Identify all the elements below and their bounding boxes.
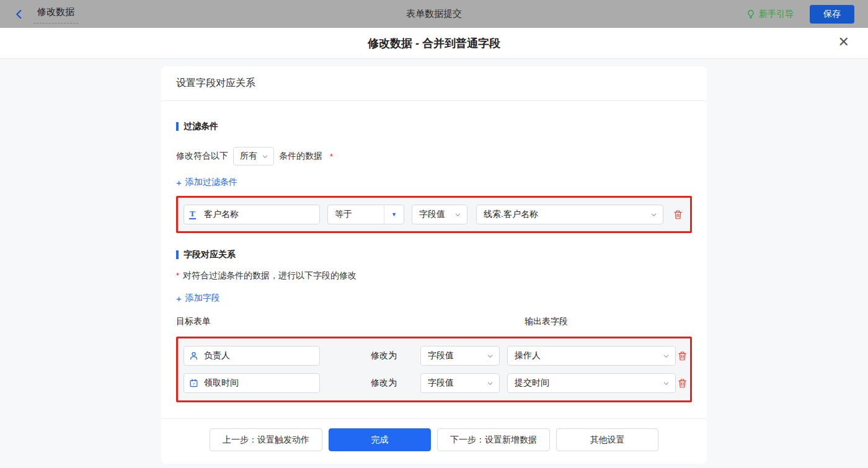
user-icon bbox=[189, 351, 198, 361]
add-filter-condition-link[interactable]: + 添加过滤条件 bbox=[176, 177, 237, 188]
mapping-description: * 对符合过滤条件的数据，进行以下字段的修改 bbox=[176, 270, 692, 281]
section-bar-icon bbox=[176, 250, 179, 259]
filter-condition-row: T 等于 ▼ 字段值 bbox=[178, 198, 690, 231]
target-form-column-label: 目标表单 bbox=[176, 316, 211, 326]
next-step-button[interactable]: 下一步：设置新增数据 bbox=[437, 428, 550, 451]
filter-section-title: 过滤条件 bbox=[176, 121, 692, 132]
filter-field-input[interactable] bbox=[184, 205, 320, 224]
value-type-select[interactable]: 字段值 bbox=[412, 205, 467, 224]
trash-icon bbox=[673, 209, 683, 220]
svg-text:7: 7 bbox=[193, 382, 195, 386]
mapping-column-labels: 目标表单 输出表字段 bbox=[176, 316, 692, 329]
settings-card: 设置字段对应关系 过滤条件 修改符合以下 所有 条件的数据 * + bbox=[161, 66, 707, 464]
trash-icon bbox=[677, 350, 688, 361]
filter-condition-highlight-box: T 等于 ▼ 字段值 bbox=[176, 196, 692, 233]
flow-title[interactable]: 修改数据 bbox=[33, 4, 78, 24]
value-type-select[interactable]: 字段值 bbox=[420, 346, 500, 366]
chevron-down-icon bbox=[650, 211, 657, 218]
mapping-row: 7 修改为 字段值 提交时间 bbox=[184, 373, 684, 393]
chevron-down-icon bbox=[262, 153, 268, 160]
chevron-down-icon bbox=[487, 353, 494, 360]
value-type-select[interactable]: 字段值 bbox=[420, 373, 500, 393]
chevron-down-icon bbox=[663, 380, 670, 387]
filter-field-input-wrap: T bbox=[184, 205, 320, 224]
add-field-link[interactable]: + 添加字段 bbox=[176, 293, 220, 304]
output-field-select[interactable]: 提交时间 bbox=[507, 373, 676, 393]
save-button[interactable]: 保存 bbox=[810, 5, 854, 24]
chevron-down-icon bbox=[663, 353, 670, 360]
target-field-input[interactable] bbox=[184, 373, 320, 393]
plus-icon: + bbox=[176, 293, 182, 304]
other-settings-button[interactable]: 其他设置 bbox=[556, 428, 658, 451]
chevron-down-icon bbox=[487, 380, 494, 387]
back-button[interactable] bbox=[14, 9, 25, 20]
match-prefix-label: 修改符合以下 bbox=[176, 151, 228, 162]
prev-step-button[interactable]: 上一步：设置触发动作 bbox=[210, 428, 322, 451]
operator-dropdown-button[interactable]: ▼ bbox=[384, 205, 404, 224]
modal-header: 修改数据 - 合并到普通字段 ✕ bbox=[0, 28, 868, 59]
plus-icon: + bbox=[176, 177, 182, 188]
modal-title: 修改数据 - 合并到普通字段 bbox=[368, 36, 500, 51]
topbar-center-title: 表单数据提交 bbox=[0, 8, 868, 20]
target-field-input-wrap bbox=[184, 346, 320, 366]
modify-to-label: 修改为 bbox=[371, 350, 405, 361]
calendar-icon: 7 bbox=[189, 379, 198, 388]
mapping-section-title: 字段对应关系 bbox=[176, 249, 692, 260]
operator-select[interactable]: 等于 ▼ bbox=[327, 205, 404, 224]
beginner-guide-link[interactable]: 新手引导 bbox=[746, 9, 794, 20]
output-field-select[interactable]: 操作人 bbox=[507, 346, 676, 366]
modify-to-label: 修改为 bbox=[371, 377, 405, 389]
close-icon[interactable]: ✕ bbox=[838, 35, 849, 49]
topbar: 表单数据提交 修改数据 新手引导 保存 bbox=[0, 0, 868, 28]
match-condition-row: 修改符合以下 所有 条件的数据 * bbox=[176, 147, 692, 166]
lightbulb-icon bbox=[746, 9, 756, 19]
text-field-icon: T bbox=[189, 210, 196, 219]
triangle-down-icon: ▼ bbox=[391, 211, 397, 218]
trash-icon bbox=[677, 377, 688, 389]
match-suffix-label: 条件的数据 bbox=[279, 151, 322, 162]
target-field-input-wrap: 7 bbox=[184, 373, 320, 393]
modal-body: 设置字段对应关系 过滤条件 修改符合以下 所有 条件的数据 * + bbox=[0, 59, 868, 468]
done-button[interactable]: 完成 bbox=[329, 428, 431, 451]
card-header-title: 设置字段对应关系 bbox=[161, 66, 707, 101]
delete-condition-button[interactable] bbox=[671, 208, 684, 221]
back-chevron-icon bbox=[14, 9, 25, 20]
card-footer: 上一步：设置触发动作 完成 下一步：设置新增数据 其他设置 bbox=[161, 418, 707, 464]
section-bar-icon bbox=[176, 122, 179, 131]
field-mapping-highlight-box: 修改为 字段值 操作人 bbox=[176, 337, 692, 402]
match-mode-select[interactable]: 所有 bbox=[233, 147, 274, 166]
required-asterisk: * bbox=[330, 152, 333, 161]
mapping-row: 修改为 字段值 操作人 bbox=[184, 346, 684, 366]
delete-mapping-button[interactable] bbox=[676, 376, 689, 390]
output-field-column-label: 输出表字段 bbox=[525, 316, 568, 327]
delete-mapping-button[interactable] bbox=[676, 349, 689, 363]
beginner-guide-label: 新手引导 bbox=[759, 9, 794, 20]
compare-value-select[interactable]: 线索.客户名称 bbox=[476, 205, 663, 224]
chevron-down-icon bbox=[454, 211, 461, 218]
required-asterisk: * bbox=[176, 271, 179, 280]
target-field-input[interactable] bbox=[184, 346, 320, 366]
